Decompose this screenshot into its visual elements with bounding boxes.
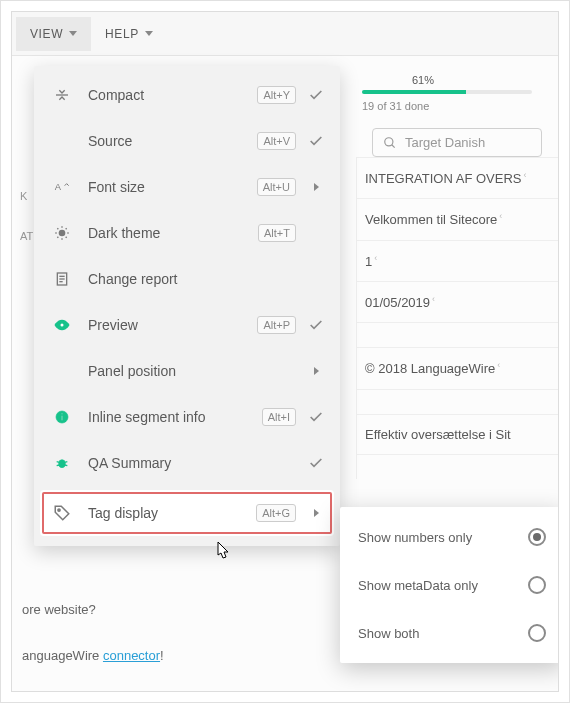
menu-item-label: Source: [88, 133, 257, 149]
menu-item-tagdisplay[interactable]: Tag display Alt+G: [40, 490, 334, 536]
document-icon: [50, 271, 74, 287]
kbd: Alt+T: [258, 224, 296, 242]
svg-text:A: A: [55, 182, 62, 192]
cell-date: 01/05/2019‹: [356, 281, 558, 322]
svg-point-4: [59, 230, 66, 237]
caret-down-icon: [145, 31, 153, 36]
kbd: Alt+I: [262, 408, 296, 426]
menu-item-darktheme[interactable]: Dark theme Alt+T: [34, 210, 340, 256]
chevron-right-icon: [306, 509, 326, 517]
chevron-right-icon: [306, 183, 326, 191]
menu-item-compact[interactable]: Compact Alt+Y: [34, 72, 340, 118]
check-icon: [306, 455, 326, 471]
svg-line-10: [66, 237, 67, 238]
submenu-label: Show metaData only: [358, 578, 478, 593]
menu-item-label: QA Summary: [88, 455, 306, 471]
menu-item-label: Panel position: [88, 363, 306, 379]
menu-view-label: VIEW: [30, 27, 63, 41]
tagdisplay-submenu: Show numbers only Show metaData only Sho…: [340, 507, 559, 663]
submenu-label: Show numbers only: [358, 530, 472, 545]
kbd: Alt+P: [257, 316, 296, 334]
radio-icon: [528, 576, 546, 594]
check-icon: [306, 87, 326, 103]
menu-item-label: Inline segment info: [88, 409, 262, 425]
cell-one: 1‹: [356, 240, 558, 281]
menu-item-fontsize[interactable]: A Font size Alt+U: [34, 164, 340, 210]
menu-item-inlineseginfo[interactable]: Inline segment info Alt+I: [34, 394, 340, 440]
svg-line-11: [57, 237, 58, 238]
partial-website: ore website?: [22, 602, 96, 617]
menu-item-label: Dark theme: [88, 225, 258, 241]
menu-item-label: Font size: [88, 179, 257, 195]
menu-item-label: Tag display: [88, 505, 256, 521]
caret-down-icon: [69, 31, 77, 36]
bug-icon: [50, 455, 74, 471]
cell-copyright: © 2018 LanguageWire‹: [356, 347, 558, 388]
side-letter-k: K: [12, 186, 36, 206]
menu-item-panelposition[interactable]: Panel position: [34, 348, 340, 394]
cell-effective: Effektiv oversættelse i Sit: [356, 414, 558, 454]
svg-point-0: [385, 137, 393, 145]
progress-percent: 61%: [412, 74, 558, 86]
svg-line-12: [66, 228, 67, 229]
svg-line-22: [57, 462, 60, 463]
submenu-numbers[interactable]: Show numbers only: [340, 513, 559, 561]
progress-status: 19 of 31 done: [362, 100, 558, 112]
menu-view[interactable]: VIEW: [16, 17, 91, 51]
radio-selected-icon: [528, 528, 546, 546]
brightness-icon: [50, 225, 74, 241]
menubar: VIEW HELP: [12, 12, 558, 56]
submenu-both[interactable]: Show both: [340, 609, 559, 657]
search-icon: [383, 136, 397, 150]
kbd: Alt+G: [256, 504, 296, 522]
svg-line-25: [65, 465, 68, 466]
chevron-right-icon: [306, 367, 326, 375]
submenu-label: Show both: [358, 626, 419, 641]
cell-welcome: Velkommen til Sitecore‹: [356, 198, 558, 239]
menu-item-label: Compact: [88, 87, 257, 103]
menu-item-label: Change report: [88, 271, 306, 287]
search-target[interactable]: Target Danish: [372, 128, 542, 157]
fontsize-icon: A: [50, 179, 74, 195]
tag-icon: [50, 504, 74, 522]
compact-icon: [50, 87, 74, 103]
menu-item-label: Preview: [88, 317, 257, 333]
info-icon: [50, 409, 74, 425]
menu-item-source[interactable]: Source Alt+V: [34, 118, 340, 164]
svg-rect-19: [61, 416, 62, 421]
eye-icon: [50, 316, 74, 334]
svg-line-23: [65, 462, 68, 463]
check-icon: [306, 409, 326, 425]
menu-help-label: HELP: [105, 27, 139, 41]
svg-line-1: [392, 144, 395, 147]
partial-connector: anguageWire connector!: [22, 648, 164, 663]
progress-fill: [362, 90, 466, 94]
kbd: Alt+Y: [257, 86, 296, 104]
view-dropdown: Compact Alt+Y Source Alt+V A Font size A…: [34, 66, 340, 546]
kbd: Alt+U: [257, 178, 296, 196]
submenu-metadata[interactable]: Show metaData only: [340, 561, 559, 609]
check-icon: [306, 133, 326, 149]
svg-line-24: [57, 465, 60, 466]
svg-point-26: [58, 509, 60, 511]
check-icon: [306, 317, 326, 333]
menu-help[interactable]: HELP: [91, 17, 167, 51]
menu-item-qasummary[interactable]: QA Summary: [34, 440, 340, 486]
connector-link[interactable]: connector: [103, 648, 160, 663]
search-placeholder: Target Danish: [405, 135, 485, 150]
svg-line-9: [57, 228, 58, 229]
svg-point-21: [59, 460, 66, 468]
kbd: Alt+V: [257, 132, 296, 150]
progress-bar: [362, 90, 532, 94]
svg-rect-20: [61, 413, 62, 414]
svg-point-17: [60, 323, 65, 328]
menu-item-preview[interactable]: Preview Alt+P: [34, 302, 340, 348]
menu-item-changereport[interactable]: Change report: [34, 256, 340, 302]
cell-integration: INTEGRATION AF OVERS‹: [356, 157, 558, 198]
radio-icon: [528, 624, 546, 642]
